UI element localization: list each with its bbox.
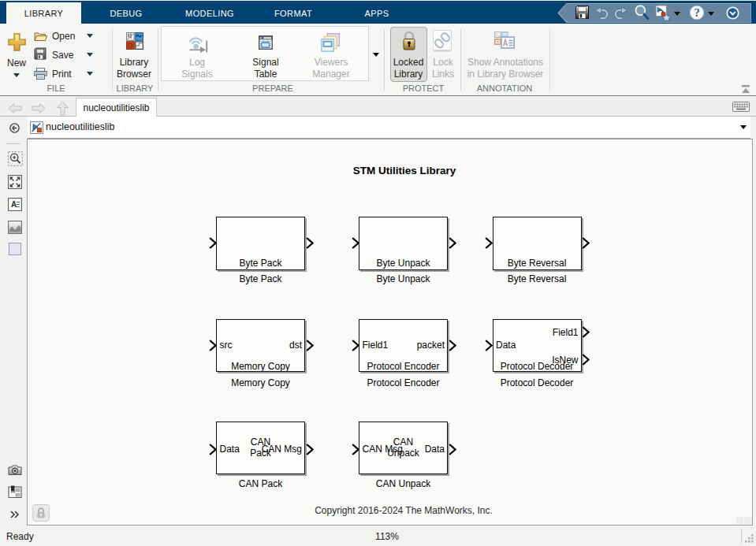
svg-text:A: A (11, 200, 17, 209)
svg-text:?: ? (694, 6, 699, 18)
